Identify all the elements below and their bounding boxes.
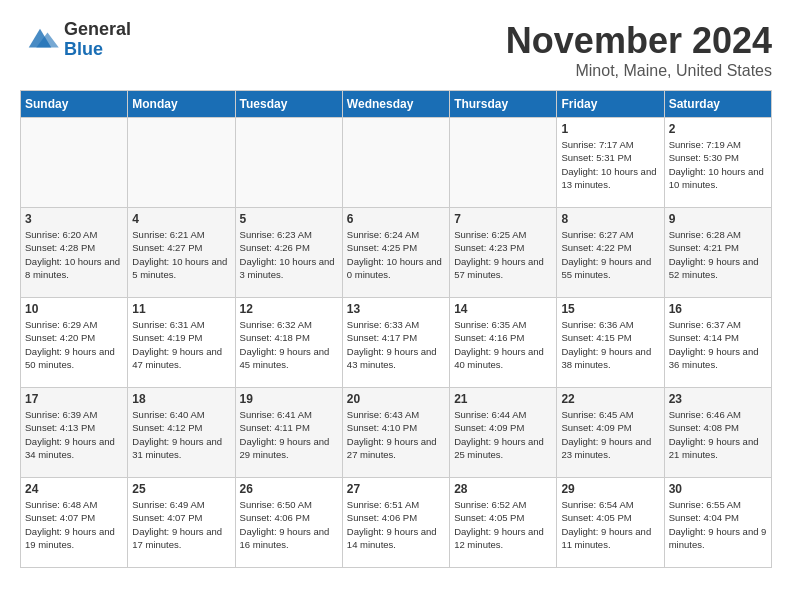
week-row-3: 10Sunrise: 6:29 AMSunset: 4:20 PMDayligh… bbox=[21, 298, 772, 388]
day-info: Sunrise: 6:35 AMSunset: 4:16 PMDaylight:… bbox=[454, 318, 552, 371]
column-header-tuesday: Tuesday bbox=[235, 91, 342, 118]
day-number: 29 bbox=[561, 482, 659, 496]
calendar-cell: 26Sunrise: 6:50 AMSunset: 4:06 PMDayligh… bbox=[235, 478, 342, 568]
calendar-cell: 14Sunrise: 6:35 AMSunset: 4:16 PMDayligh… bbox=[450, 298, 557, 388]
calendar-cell: 19Sunrise: 6:41 AMSunset: 4:11 PMDayligh… bbox=[235, 388, 342, 478]
title-block: November 2024 Minot, Maine, United State… bbox=[506, 20, 772, 80]
day-number: 1 bbox=[561, 122, 659, 136]
calendar-cell bbox=[342, 118, 449, 208]
day-number: 30 bbox=[669, 482, 767, 496]
calendar-cell: 10Sunrise: 6:29 AMSunset: 4:20 PMDayligh… bbox=[21, 298, 128, 388]
calendar-cell: 8Sunrise: 6:27 AMSunset: 4:22 PMDaylight… bbox=[557, 208, 664, 298]
day-info: Sunrise: 6:52 AMSunset: 4:05 PMDaylight:… bbox=[454, 498, 552, 551]
day-number: 20 bbox=[347, 392, 445, 406]
day-number: 2 bbox=[669, 122, 767, 136]
column-header-monday: Monday bbox=[128, 91, 235, 118]
column-header-sunday: Sunday bbox=[21, 91, 128, 118]
calendar-cell: 20Sunrise: 6:43 AMSunset: 4:10 PMDayligh… bbox=[342, 388, 449, 478]
logo-text: General Blue bbox=[64, 20, 131, 60]
calendar-cell: 18Sunrise: 6:40 AMSunset: 4:12 PMDayligh… bbox=[128, 388, 235, 478]
day-number: 24 bbox=[25, 482, 123, 496]
calendar-cell: 5Sunrise: 6:23 AMSunset: 4:26 PMDaylight… bbox=[235, 208, 342, 298]
day-info: Sunrise: 6:21 AMSunset: 4:27 PMDaylight:… bbox=[132, 228, 230, 281]
column-header-friday: Friday bbox=[557, 91, 664, 118]
day-number: 21 bbox=[454, 392, 552, 406]
day-number: 19 bbox=[240, 392, 338, 406]
day-number: 17 bbox=[25, 392, 123, 406]
calendar-cell: 27Sunrise: 6:51 AMSunset: 4:06 PMDayligh… bbox=[342, 478, 449, 568]
calendar-cell: 15Sunrise: 6:36 AMSunset: 4:15 PMDayligh… bbox=[557, 298, 664, 388]
column-header-wednesday: Wednesday bbox=[342, 91, 449, 118]
day-number: 23 bbox=[669, 392, 767, 406]
calendar-cell: 24Sunrise: 6:48 AMSunset: 4:07 PMDayligh… bbox=[21, 478, 128, 568]
day-info: Sunrise: 6:43 AMSunset: 4:10 PMDaylight:… bbox=[347, 408, 445, 461]
day-info: Sunrise: 6:49 AMSunset: 4:07 PMDaylight:… bbox=[132, 498, 230, 551]
column-header-saturday: Saturday bbox=[664, 91, 771, 118]
day-number: 5 bbox=[240, 212, 338, 226]
page-header: General Blue November 2024 Minot, Maine,… bbox=[20, 20, 772, 80]
day-info: Sunrise: 6:23 AMSunset: 4:26 PMDaylight:… bbox=[240, 228, 338, 281]
day-info: Sunrise: 6:39 AMSunset: 4:13 PMDaylight:… bbox=[25, 408, 123, 461]
day-info: Sunrise: 6:36 AMSunset: 4:15 PMDaylight:… bbox=[561, 318, 659, 371]
day-info: Sunrise: 6:27 AMSunset: 4:22 PMDaylight:… bbox=[561, 228, 659, 281]
week-row-5: 24Sunrise: 6:48 AMSunset: 4:07 PMDayligh… bbox=[21, 478, 772, 568]
calendar-cell: 22Sunrise: 6:45 AMSunset: 4:09 PMDayligh… bbox=[557, 388, 664, 478]
calendar-cell: 6Sunrise: 6:24 AMSunset: 4:25 PMDaylight… bbox=[342, 208, 449, 298]
calendar-cell bbox=[21, 118, 128, 208]
calendar-cell: 25Sunrise: 6:49 AMSunset: 4:07 PMDayligh… bbox=[128, 478, 235, 568]
day-number: 8 bbox=[561, 212, 659, 226]
logo: General Blue bbox=[20, 20, 131, 60]
logo-line1: General bbox=[64, 19, 131, 39]
calendar-cell: 1Sunrise: 7:17 AMSunset: 5:31 PMDaylight… bbox=[557, 118, 664, 208]
day-number: 12 bbox=[240, 302, 338, 316]
location: Minot, Maine, United States bbox=[506, 62, 772, 80]
logo-line2: Blue bbox=[64, 39, 103, 59]
day-info: Sunrise: 6:33 AMSunset: 4:17 PMDaylight:… bbox=[347, 318, 445, 371]
week-row-1: 1Sunrise: 7:17 AMSunset: 5:31 PMDaylight… bbox=[21, 118, 772, 208]
calendar-cell: 7Sunrise: 6:25 AMSunset: 4:23 PMDaylight… bbox=[450, 208, 557, 298]
week-row-2: 3Sunrise: 6:20 AMSunset: 4:28 PMDaylight… bbox=[21, 208, 772, 298]
day-info: Sunrise: 7:19 AMSunset: 5:30 PMDaylight:… bbox=[669, 138, 767, 191]
calendar-cell bbox=[235, 118, 342, 208]
day-number: 26 bbox=[240, 482, 338, 496]
calendar-cell: 12Sunrise: 6:32 AMSunset: 4:18 PMDayligh… bbox=[235, 298, 342, 388]
day-number: 7 bbox=[454, 212, 552, 226]
calendar-cell: 29Sunrise: 6:54 AMSunset: 4:05 PMDayligh… bbox=[557, 478, 664, 568]
day-number: 11 bbox=[132, 302, 230, 316]
day-number: 22 bbox=[561, 392, 659, 406]
day-info: Sunrise: 6:31 AMSunset: 4:19 PMDaylight:… bbox=[132, 318, 230, 371]
calendar-cell: 13Sunrise: 6:33 AMSunset: 4:17 PMDayligh… bbox=[342, 298, 449, 388]
week-row-4: 17Sunrise: 6:39 AMSunset: 4:13 PMDayligh… bbox=[21, 388, 772, 478]
day-info: Sunrise: 6:48 AMSunset: 4:07 PMDaylight:… bbox=[25, 498, 123, 551]
day-info: Sunrise: 6:25 AMSunset: 4:23 PMDaylight:… bbox=[454, 228, 552, 281]
day-number: 13 bbox=[347, 302, 445, 316]
day-info: Sunrise: 6:51 AMSunset: 4:06 PMDaylight:… bbox=[347, 498, 445, 551]
logo-icon bbox=[20, 25, 60, 55]
day-number: 10 bbox=[25, 302, 123, 316]
calendar-cell: 21Sunrise: 6:44 AMSunset: 4:09 PMDayligh… bbox=[450, 388, 557, 478]
calendar-cell bbox=[128, 118, 235, 208]
day-info: Sunrise: 6:37 AMSunset: 4:14 PMDaylight:… bbox=[669, 318, 767, 371]
day-info: Sunrise: 6:40 AMSunset: 4:12 PMDaylight:… bbox=[132, 408, 230, 461]
month-title: November 2024 bbox=[506, 20, 772, 62]
day-number: 27 bbox=[347, 482, 445, 496]
day-info: Sunrise: 6:41 AMSunset: 4:11 PMDaylight:… bbox=[240, 408, 338, 461]
day-info: Sunrise: 6:46 AMSunset: 4:08 PMDaylight:… bbox=[669, 408, 767, 461]
calendar-cell: 30Sunrise: 6:55 AMSunset: 4:04 PMDayligh… bbox=[664, 478, 771, 568]
day-number: 16 bbox=[669, 302, 767, 316]
day-info: Sunrise: 6:50 AMSunset: 4:06 PMDaylight:… bbox=[240, 498, 338, 551]
day-info: Sunrise: 6:55 AMSunset: 4:04 PMDaylight:… bbox=[669, 498, 767, 551]
calendar-cell: 23Sunrise: 6:46 AMSunset: 4:08 PMDayligh… bbox=[664, 388, 771, 478]
calendar-cell bbox=[450, 118, 557, 208]
calendar-table: SundayMondayTuesdayWednesdayThursdayFrid… bbox=[20, 90, 772, 568]
day-number: 3 bbox=[25, 212, 123, 226]
day-number: 4 bbox=[132, 212, 230, 226]
calendar-cell: 17Sunrise: 6:39 AMSunset: 4:13 PMDayligh… bbox=[21, 388, 128, 478]
day-info: Sunrise: 6:20 AMSunset: 4:28 PMDaylight:… bbox=[25, 228, 123, 281]
day-info: Sunrise: 6:24 AMSunset: 4:25 PMDaylight:… bbox=[347, 228, 445, 281]
day-info: Sunrise: 6:45 AMSunset: 4:09 PMDaylight:… bbox=[561, 408, 659, 461]
day-number: 28 bbox=[454, 482, 552, 496]
calendar-cell: 11Sunrise: 6:31 AMSunset: 4:19 PMDayligh… bbox=[128, 298, 235, 388]
day-number: 15 bbox=[561, 302, 659, 316]
day-number: 25 bbox=[132, 482, 230, 496]
